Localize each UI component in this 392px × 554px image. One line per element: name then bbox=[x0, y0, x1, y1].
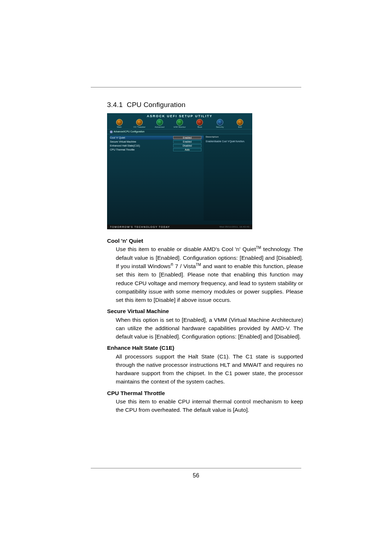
bios-row-coolnquiet[interactable]: Cool 'n' Quiet Enabled bbox=[110, 136, 204, 140]
section-title-text: CPU Configuration bbox=[127, 101, 185, 108]
text: Use this item to enable or disable AMD's… bbox=[116, 246, 256, 252]
item-body-svm: When this option is set to [Enabled], a … bbox=[116, 316, 303, 341]
item-title-coolnquiet: Cool 'n' Quiet bbox=[107, 237, 303, 245]
bios-title: ASROCK UEFI SETUP UTILITY bbox=[107, 113, 252, 118]
shield-icon bbox=[217, 119, 223, 126]
bios-row-c1e[interactable]: Enhanced Halt State(C1E) Disabled bbox=[110, 144, 204, 148]
bios-tab-main[interactable]: Main bbox=[109, 119, 129, 128]
item-body-thermal: Use this item to enable CPU internal the… bbox=[116, 397, 303, 414]
manual-page: 3.4.1 CPU Configuration ASROCK UEFI SETU… bbox=[0, 0, 392, 554]
item-body-c1e: All processors support the Halt State (C… bbox=[116, 352, 303, 386]
section-number: 3.4.1 bbox=[107, 101, 123, 108]
monitor-icon bbox=[176, 119, 183, 126]
bios-screenshot: ASROCK UEFI SETUP UTILITY Main OC Tweake… bbox=[107, 113, 252, 229]
manual-text: Cool 'n' Quiet Use this item to enable o… bbox=[107, 237, 303, 414]
bios-body: Cool 'n' Quiet Enabled Secure Virtual Ma… bbox=[107, 134, 252, 221]
tweak-icon bbox=[136, 119, 143, 126]
bios-tab-label: Advanced bbox=[155, 126, 164, 128]
bios-tab-exit[interactable]: Exit bbox=[230, 119, 250, 128]
bios-nav-tabs: Main OC Tweaker Advanced H/W Monitor Boo… bbox=[107, 118, 252, 130]
bios-help-head: Description bbox=[206, 136, 250, 139]
section-heading: 3.4.1 CPU Configuration bbox=[107, 101, 303, 109]
bios-footer: TOMORROW'S TECHNOLOGY TODAY Wed 05/11/20… bbox=[107, 225, 252, 229]
bios-footer-timestamp: Wed 05/11/2011, 16:43:43 bbox=[219, 226, 249, 228]
bios-tab-security[interactable]: Security bbox=[210, 119, 230, 128]
bios-row-label: Cool 'n' Quiet bbox=[110, 136, 125, 139]
text: 7 / Vista bbox=[173, 263, 196, 269]
bios-help-panel: Description Enable/disable Cool 'n'Quiet… bbox=[204, 134, 252, 221]
item-title-svm: Secure Virtual Machine bbox=[107, 307, 303, 315]
bios-row-value[interactable]: Enabled bbox=[173, 136, 201, 139]
bios-row-label: Secure Virtual Machine bbox=[110, 140, 136, 143]
tm-mark: TM bbox=[196, 263, 201, 267]
home-icon bbox=[116, 119, 123, 126]
item-title-thermal: CPU Thermal Throttle bbox=[107, 389, 303, 397]
bios-row-thermal[interactable]: CPU Thermal Throttle Auto bbox=[110, 148, 204, 152]
bios-row-value[interactable]: Auto bbox=[173, 148, 201, 151]
bios-settings-list: Cool 'n' Quiet Enabled Secure Virtual Ma… bbox=[107, 134, 204, 221]
header-rule bbox=[91, 87, 301, 87]
item-title-c1e: Enhance Halt State (C1E) bbox=[107, 344, 303, 352]
power-icon bbox=[196, 119, 203, 126]
bios-help-text: Enable/disable Cool 'n'Quiet function. bbox=[206, 140, 250, 143]
bios-row-svm[interactable]: Secure Virtual Machine Enabled bbox=[110, 140, 204, 144]
footer-rule bbox=[91, 468, 301, 468]
back-icon[interactable] bbox=[110, 131, 113, 133]
bios-row-value[interactable]: Disabled bbox=[173, 144, 201, 147]
bios-tab-advanced[interactable]: Advanced bbox=[150, 119, 170, 128]
bios-tab-label: OC Tweaker bbox=[134, 126, 146, 128]
bios-footer-slogan: TOMORROW'S TECHNOLOGY TODAY bbox=[110, 226, 170, 228]
exit-icon bbox=[237, 119, 243, 126]
page-number: 56 bbox=[0, 472, 392, 479]
bios-row-value[interactable]: Enabled bbox=[173, 140, 201, 143]
bios-row-label: Enhanced Halt State(C1E) bbox=[110, 144, 140, 147]
item-body-coolnquiet: Use this item to enable or disable AMD's… bbox=[116, 245, 303, 304]
content-block: 3.4.1 CPU Configuration ASROCK UEFI SETU… bbox=[107, 101, 303, 414]
bios-tab-label: H/W Monitor bbox=[173, 126, 185, 128]
bios-tab-label: Exit bbox=[238, 126, 242, 128]
wrench-icon bbox=[156, 119, 163, 126]
bios-tab-label: Boot bbox=[197, 126, 202, 128]
tm-mark: TM bbox=[256, 246, 261, 250]
breadcrumb-text: Advanced\CPU Configuration bbox=[114, 130, 144, 133]
bios-tab-octweaker[interactable]: OC Tweaker bbox=[129, 119, 149, 128]
bios-row-label: CPU Thermal Throttle bbox=[110, 148, 135, 151]
bios-breadcrumb[interactable]: Advanced\CPU Configuration bbox=[107, 130, 252, 134]
bios-tab-label: Main bbox=[117, 126, 122, 128]
bios-tab-boot[interactable]: Boot bbox=[190, 119, 210, 128]
bios-tab-hwmonitor[interactable]: H/W Monitor bbox=[170, 119, 189, 128]
bios-tab-label: Security bbox=[216, 126, 224, 128]
